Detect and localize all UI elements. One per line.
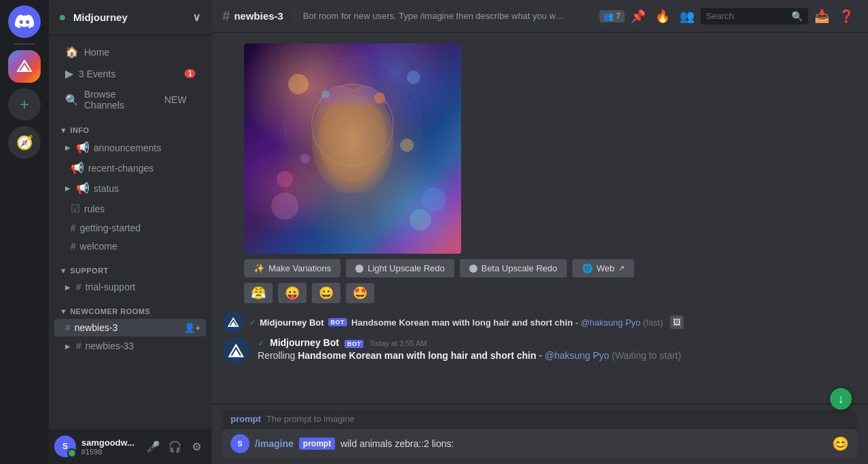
main-content: # newbies-3 Bot room for new users. Type…: [212, 0, 868, 464]
svg-point-5: [422, 187, 446, 212]
microphone-button[interactable]: 🎤: [144, 437, 163, 456]
channel-newbies-3[interactable]: # newbies-3 👤+: [54, 319, 206, 336]
emoji-btn-starstruck[interactable]: 🤩: [346, 283, 374, 303]
inbox-button[interactable]: 📥: [811, 5, 833, 27]
nav-events[interactable]: ▶ 3 Events 1: [54, 63, 206, 84]
explore-button[interactable]: 🧭: [8, 126, 41, 159]
channel-icon: ☑: [71, 202, 80, 215]
make-variations-button[interactable]: ✨ Make Variations: [244, 259, 340, 277]
friends-button[interactable]: 👥: [676, 5, 698, 27]
emoji-picker-button[interactable]: 😊: [832, 436, 849, 452]
channel-arrow: ▶: [65, 144, 71, 151]
section-support[interactable]: ▼ SUPPORT: [49, 256, 212, 277]
ref-bold: Handsome Korean man with long hair and s…: [351, 317, 572, 328]
ref-mention: @haksung Pyo: [580, 317, 640, 328]
svg-point-4: [277, 171, 293, 187]
nav-browse[interactable]: 🔍 Browse Channels NEW: [54, 85, 206, 115]
message-text: Rerolling Handsome Korean man with long …: [258, 349, 857, 363]
channel-label: announcements: [94, 142, 161, 153]
image-ref-icon[interactable]: 🖼: [670, 315, 684, 329]
settings-button[interactable]: ⚙: [187, 437, 206, 456]
ref-dash: -: [575, 317, 580, 328]
server-header[interactable]: Midjourney ∨: [49, 0, 212, 35]
midjourney-server-icon[interactable]: [8, 50, 41, 83]
channel-label: trial-support: [85, 282, 136, 292]
message-avatar: [222, 337, 250, 364]
events-badge: 1: [184, 69, 195, 78]
svg-point-10: [300, 154, 310, 163]
home-icon: 🏠: [65, 45, 79, 58]
image-overlay: [244, 43, 461, 254]
channel-icon: 📢: [76, 141, 90, 154]
message-author: Midjourney Bot: [270, 337, 339, 348]
bot-badge: BOT: [328, 318, 348, 326]
beta-upscale-icon: [469, 265, 477, 273]
section-info[interactable]: ▼ INFO: [49, 115, 212, 137]
server-status-dot: [60, 15, 65, 20]
discord-home-icon[interactable]: [8, 5, 41, 38]
section-support-label: SUPPORT: [70, 267, 108, 275]
username: samgoodw...: [81, 438, 138, 448]
generated-image: [244, 43, 461, 254]
channel-status[interactable]: ▶ 📢 status: [54, 178, 206, 198]
emoji-btn-angry[interactable]: 😤: [244, 283, 273, 303]
messages-area[interactable]: ✨ Make Variations Light Upscale Redo Bet…: [212, 33, 868, 404]
channel-name: newbies-3: [234, 10, 283, 22]
reroll-text: Rerolling: [258, 350, 298, 361]
channel-getting-started[interactable]: # getting-started: [54, 219, 206, 237]
help-button[interactable]: ❓: [835, 5, 857, 27]
bot-badge-2: BOT: [344, 340, 364, 348]
channel-welcome[interactable]: # welcome: [54, 237, 206, 255]
channel-trial-support[interactable]: ▶ # trial-support: [54, 278, 206, 296]
channel-icon: #: [71, 223, 76, 233]
server-header-chevron: ∨: [193, 11, 201, 24]
channel-icon: #: [76, 341, 81, 351]
channel-newbies-33[interactable]: ▶ # newbies-33: [54, 337, 206, 355]
ref-status: (fast): [643, 317, 663, 328]
generated-image-container: [244, 43, 857, 254]
light-upscale-redo-button[interactable]: Light Upscale Redo: [346, 259, 454, 277]
beta-upscale-label: Beta Upscale Redo: [481, 263, 557, 273]
emoji-btn-tongue[interactable]: 😛: [278, 283, 307, 303]
emoji-buttons: 😤 😛 😀 🤩: [244, 283, 857, 303]
svg-point-8: [321, 90, 330, 98]
user-avatar: S: [54, 436, 76, 457]
channel-icon: 📢: [71, 161, 84, 174]
events-icon: ▶: [65, 67, 73, 80]
channel-rules[interactable]: ☑ rules: [54, 199, 206, 218]
channel-announcements[interactable]: ▶ 📢 announcements: [54, 138, 206, 157]
member-count: 👥 7: [599, 10, 625, 22]
search-icon: 🔍: [791, 11, 803, 22]
mention-user: @haksung Pyo: [545, 350, 609, 361]
channel-icon: #: [71, 241, 76, 252]
headphone-button[interactable]: 🎧: [165, 437, 184, 456]
search-input[interactable]: [706, 11, 787, 21]
web-button[interactable]: 🌐 Web ↗: [572, 259, 635, 277]
channel-label: status: [94, 183, 119, 194]
scroll-to-bottom[interactable]: ↓: [830, 388, 852, 410]
add-server-button[interactable]: +: [8, 88, 41, 121]
message-input[interactable]: [340, 438, 827, 449]
fire-button[interactable]: 🔥: [652, 5, 673, 27]
new-badge: NEW: [161, 94, 190, 106]
channel-label: getting-started: [80, 223, 141, 233]
nav-home[interactable]: 🏠 Home: [54, 41, 206, 62]
channel-label: welcome: [80, 241, 117, 252]
svg-point-3: [407, 71, 420, 84]
section-newcomer-arrow: ▼: [60, 307, 67, 315]
search-bar[interactable]: 🔍: [701, 8, 808, 24]
beta-upscale-redo-button[interactable]: Beta Upscale Redo: [460, 259, 567, 277]
scroll-button[interactable]: ↓: [830, 388, 852, 410]
pin-button[interactable]: 📌: [627, 5, 649, 27]
channel-recent-changes[interactable]: 📢 recent-changes: [54, 158, 206, 178]
svg-point-11: [271, 193, 298, 220]
section-support-arrow: ▼: [60, 267, 67, 275]
channel-list: 🏠 Home ▶ 3 Events 1 🔍 Browse Channels NE…: [49, 35, 212, 429]
variations-icon: ✨: [254, 263, 264, 273]
light-upscale-icon: [355, 265, 363, 273]
prompt-bar: prompt The prompt to imagine S /imagine …: [212, 404, 868, 464]
section-newcomer-label: NEWCOMER ROOMS: [70, 307, 150, 315]
emoji-btn-grin[interactable]: 😀: [312, 283, 340, 303]
channel-icon: 📢: [76, 182, 90, 195]
section-newcomer[interactable]: ▼ NEWCOMER ROOMS: [49, 296, 212, 318]
